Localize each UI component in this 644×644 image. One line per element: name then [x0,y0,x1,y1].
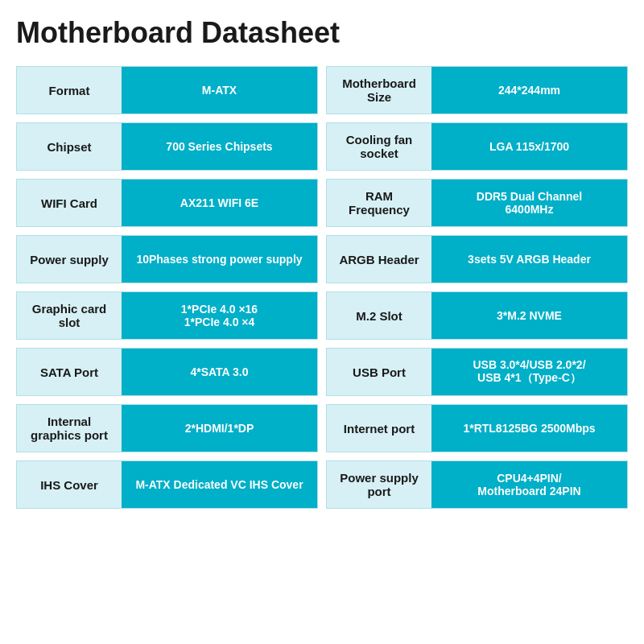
table-row: ARGB Header3sets 5V ARGB Header [326,235,628,283]
cell-label: Internet port [327,405,431,452]
cell-value: LGA 115x/1700 [431,123,627,170]
table-row: SATA Port4*SATA 3.0 [16,348,318,396]
cell-value: USB 3.0*4/USB 2.0*2/ USB 4*1（Type-C） [431,349,627,395]
cell-label: Power supply port [327,461,431,508]
cell-value: M-ATX [122,67,317,114]
table-row: USB PortUSB 3.0*4/USB 2.0*2/ USB 4*1（Typ… [326,348,628,396]
cell-label: SATA Port [17,349,122,395]
page-title: Motherboard Datasheet [16,16,628,50]
datasheet-grid: FormatM-ATXMotherboard Size244*244mmChip… [16,66,628,509]
table-row: Internal graphics port2*HDMI/1*DP [16,404,318,452]
table-row: Power supply10Phases strong power supply [16,235,318,283]
table-row: Graphic card slot1*PCIe 4.0 ×16 1*PCIe 4… [16,291,318,340]
cell-label: Motherboard Size [327,67,431,114]
table-row: Cooling fan socketLGA 115x/1700 [326,122,628,171]
cell-label: Power supply [17,236,122,283]
cell-label: Cooling fan socket [327,123,431,170]
cell-label: Graphic card slot [17,292,122,339]
cell-value: 3*M.2 NVME [431,292,627,339]
cell-value: AX211 WIFI 6E [122,180,317,226]
cell-value: 1*RTL8125BG 2500Mbps [431,405,627,452]
table-row: IHS CoverM-ATX Dedicated VC IHS Cover [16,460,318,509]
cell-label: Format [17,67,122,114]
cell-label: M.2 Slot [327,292,431,339]
cell-value: 10Phases strong power supply [122,236,317,283]
cell-value: 3sets 5V ARGB Header [431,236,627,283]
cell-label: Chipset [17,123,122,170]
cell-label: IHS Cover [17,461,122,508]
table-row: FormatM-ATX [16,66,318,114]
cell-value: 2*HDMI/1*DP [122,405,317,452]
cell-label: Internal graphics port [17,405,122,452]
cell-value: 4*SATA 3.0 [122,349,317,395]
cell-value: 1*PCIe 4.0 ×16 1*PCIe 4.0 ×4 [122,292,317,339]
cell-value: 244*244mm [431,67,627,114]
cell-value: M-ATX Dedicated VC IHS Cover [122,461,317,508]
table-row: Internet port1*RTL8125BG 2500Mbps [326,404,628,452]
cell-value: 700 Series Chipsets [122,123,317,170]
cell-label: WIFI Card [17,180,122,226]
cell-label: USB Port [327,349,431,395]
cell-value: DDR5 Dual Channel 6400MHz [431,180,627,226]
table-row: M.2 Slot3*M.2 NVME [326,291,628,340]
cell-label: ARGB Header [327,236,431,283]
table-row: RAM FrequencyDDR5 Dual Channel 6400MHz [326,179,628,227]
cell-label: RAM Frequency [327,180,431,226]
table-row: WIFI CardAX211 WIFI 6E [16,179,318,227]
table-row: Power supply portCPU4+4PIN/ Motherboard … [326,460,628,509]
cell-value: CPU4+4PIN/ Motherboard 24PIN [431,461,627,508]
table-row: Motherboard Size244*244mm [326,66,628,114]
table-row: Chipset700 Series Chipsets [16,122,318,171]
